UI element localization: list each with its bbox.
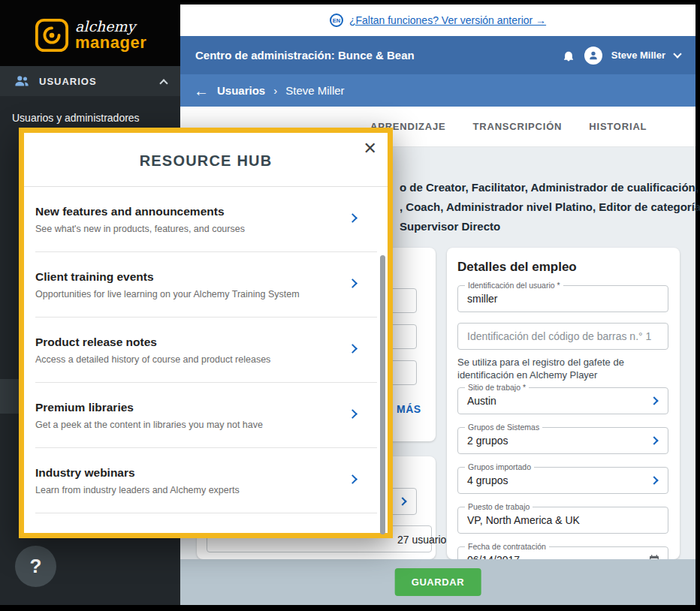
chevron-right-icon [348,213,358,223]
avatar[interactable] [584,47,602,65]
field-value: smiller [458,286,668,312]
close-icon[interactable]: ✕ [364,140,377,157]
item-title: Premium libraries [35,401,332,414]
roles-line-1: o de Creator, Facilitator, Administrador… [400,178,700,197]
chevron-down-icon [673,50,681,58]
save-button[interactable]: GUARDAR [395,568,481,596]
job-title-field[interactable]: Puesto de trabajo VP, North America & UK [457,507,668,534]
modal-title: RESOURCE HUB [24,133,388,170]
item-subtitle: Opportunities for live learning on your … [35,289,332,299]
save-bar: GUARDAR [180,559,695,605]
brand-logo: alchemy manager [75,18,146,53]
user-menu[interactable]: Steve Miller [562,47,680,65]
chevron-right-icon [348,278,358,288]
field-label: Puesto de trabajo [465,502,533,511]
chevron-right-icon [348,474,358,484]
scrollbar-thumb[interactable] [380,255,385,534]
users-count-value: 27 usuarios [397,534,451,546]
resource-hub-modal: RESOURCE HUB ✕ New features and announce… [19,128,393,538]
system-groups-field[interactable]: Grupos de Sistemas 2 grupos [457,427,668,454]
breadcrumb-usuarios[interactable]: Usuarios [217,84,265,97]
page-title: Centro de administración: Bunce & Bean [195,49,415,62]
barcode-id-field[interactable]: Identificación del código de barras n.° … [457,323,668,350]
item-subtitle: See what's new in products, features, an… [35,224,332,234]
item-title: Industry webinars [35,466,332,480]
field-label: Identificación del usuario * [465,281,563,290]
breadcrumb-current: Steve Miller [285,84,344,97]
roles-line-2: , Coach, Administrador nivel Platino, Ed… [400,197,700,217]
list-item-industry-webinars[interactable]: Industry webinars Learn from industry le… [35,448,377,513]
admin-header: Centro de administración: Bunce & Bean S… [180,36,695,74]
chevron-right-icon [348,409,358,419]
field-label: Sitio de trabajo * [465,383,529,392]
tab-historial[interactable]: HISTORIAL [589,121,647,132]
logo-area: alchemy manager [0,0,180,71]
brand-bottom-text: manager [75,33,146,53]
sidebar-item-usuarios[interactable]: USUARIOS [0,66,180,96]
item-title: New features and announcements [35,205,332,218]
field-label: Fecha de contratación [465,542,549,551]
field-value: VP, North America & UK [458,507,668,533]
modal-header: RESOURCE HUB ✕ [24,133,388,187]
more-link[interactable]: MÁS [397,403,421,415]
item-subtitle: Learn from industry leaders and Alchemy … [35,485,332,495]
language-globe-icon: EN [330,14,343,27]
version-banner: EN ¿Faltan funciones? Ver versión anteri… [180,5,695,36]
field-value: 4 grupos [458,468,668,493]
item-title: Client training events [35,270,332,284]
person-icon [587,50,599,62]
sidebar-item-usuarios-administradores[interactable]: Usuarios y administradores [0,105,180,131]
list-item-premium-libraries[interactable]: Premium libraries Get a peek at the cont… [35,383,377,448]
brand-top-text: alchemy [75,18,146,35]
field-value: 2 grupos [458,428,668,453]
field-label: Grupos importado [465,462,534,471]
breadcrumb-separator: › [273,84,277,97]
user-name[interactable]: Steve Miller [611,50,665,61]
calendar-icon[interactable] [648,554,660,559]
chevron-right-icon [398,497,406,505]
employment-details-card: Detalles del empleo Identificación del u… [447,248,680,559]
roles-line-3: Supervisor Directo [400,217,700,236]
list-item-client-training[interactable]: Client training events Opportunities for… [35,252,377,318]
imported-groups-field[interactable]: Grupos importado 4 grupos [457,467,668,494]
tab-transcripcion[interactable]: TRANSCRIPCIÓN [473,121,563,132]
field-label: Grupos de Sistemas [465,423,542,432]
breadcrumb: ← Usuarios › Steve Miller [180,74,695,107]
users-icon [14,74,30,88]
barcode-helper-text: Se utiliza para el registro del gafete d… [457,356,662,381]
field-value: Austin [458,388,668,414]
item-title: Product release notes [35,336,332,349]
list-item-release-notes[interactable]: Product release notes Access a detailed … [35,318,377,383]
alchemy-gear-icon [35,18,69,53]
item-subtitle: Access a detailed history of course and … [35,354,332,365]
roles-text: o de Creator, Facilitator, Administrador… [400,178,700,236]
back-arrow-icon[interactable]: ← [194,83,209,98]
help-button[interactable]: ? [15,546,56,587]
user-id-field[interactable]: Identificación del usuario * smiller [457,285,668,312]
list-item-new-features[interactable]: New features and announcements See what'… [35,187,377,252]
item-subtitle: Get a peek at the content in libraries y… [35,420,332,430]
field-placeholder: Identificación del código de barras n.° … [458,324,668,349]
app-window: alchemy manager USUARIOS Usuarios y admi… [0,0,700,611]
hire-date-field[interactable]: Fecha de contratación 06/14/2017 [457,546,668,559]
previous-version-link[interactable]: ¿Faltan funciones? Ver versión anterior … [349,14,546,26]
resource-list: New features and announcements See what'… [24,187,388,513]
work-site-field[interactable]: Sitio de trabajo * Austin [457,387,668,414]
sidebar-item-label: USUARIOS [39,76,97,87]
employment-title: Detalles del empleo [457,260,577,275]
bell-icon[interactable] [562,49,575,62]
chevron-right-icon [348,344,358,354]
chevron-up-icon [159,79,167,87]
